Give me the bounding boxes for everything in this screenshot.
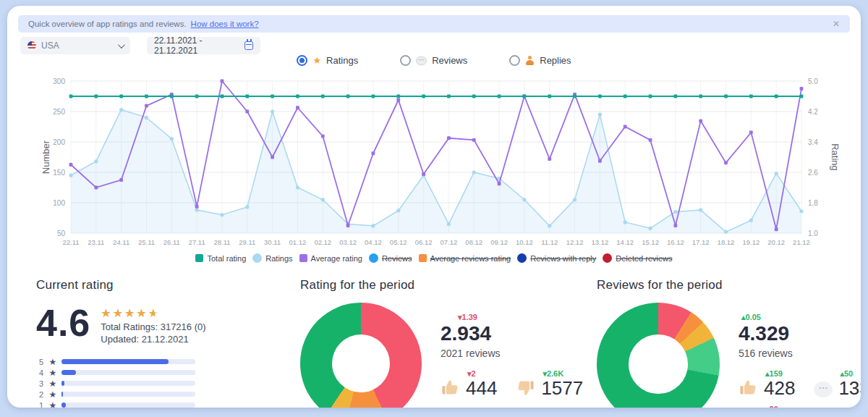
svg-text:02.12: 02.12 bbox=[314, 238, 331, 246]
tab-label: Ratings bbox=[326, 55, 358, 66]
svg-text:21.12: 21.12 bbox=[793, 238, 810, 246]
date-range-value: 22.11.2021 - 21.12.2021 bbox=[154, 35, 244, 56]
radio-icon bbox=[509, 55, 520, 66]
svg-text:250: 250 bbox=[53, 108, 65, 116]
distribution-row: 2 ★ bbox=[36, 389, 275, 400]
svg-text:200: 200 bbox=[53, 138, 65, 146]
svg-text:14.12: 14.12 bbox=[616, 238, 634, 246]
svg-text:27.11: 27.11 bbox=[189, 238, 205, 246]
tab-label: Reviews bbox=[432, 55, 467, 66]
svg-text:150: 150 bbox=[53, 169, 65, 177]
svg-text:05.12: 05.12 bbox=[390, 238, 407, 246]
distribution-row: 4 ★ bbox=[36, 367, 275, 378]
svg-text:11.12: 11.12 bbox=[541, 238, 558, 246]
legend-item[interactable]: Average rating bbox=[299, 254, 362, 263]
svg-text:15.12: 15.12 bbox=[642, 238, 659, 246]
svg-text:1.0: 1.0 bbox=[808, 229, 818, 237]
legend-item[interactable]: Reviews bbox=[369, 253, 412, 263]
svg-text:Number: Number bbox=[41, 140, 51, 174]
legend-item[interactable]: Reviews with reply bbox=[517, 253, 596, 263]
stat-thumb-down: ▴30 88 bbox=[739, 405, 785, 408]
legend-swatch-icon bbox=[252, 253, 262, 263]
reviews-period-panel: Reviews for the period ▴0.05 4.329 516 r… bbox=[597, 278, 861, 408]
rating-period-stats: ▾2 444 ▾2.6K 1577 bbox=[441, 369, 621, 405]
current-rating-title: Current rating bbox=[36, 278, 275, 292]
stat-thumb-down: ▾2.6K 1577 bbox=[516, 369, 583, 397]
rating-period-panel: Rating for the period ▾1.39 2.934 2021 r… bbox=[300, 278, 550, 408]
svg-text:08.12: 08.12 bbox=[465, 238, 482, 246]
reviews-period-donut-chart bbox=[597, 303, 720, 408]
star-icon: ★ bbox=[47, 379, 59, 389]
date-range-picker[interactable]: 22.11.2021 - 21.12.2021 bbox=[147, 37, 260, 54]
rating-period-sub: 2021 reviews bbox=[441, 348, 621, 359]
banner-text: Quick overview of app ratings and review… bbox=[28, 20, 187, 28]
thumb-up-icon bbox=[441, 378, 460, 397]
svg-text:19.12: 19.12 bbox=[742, 238, 760, 246]
legend-swatch-icon bbox=[419, 254, 427, 262]
stat-thumb-up: ▾2 444 bbox=[441, 369, 497, 397]
how-it-works-link[interactable]: How does it work? bbox=[191, 20, 259, 28]
star-icon: ★ bbox=[47, 389, 59, 400]
svg-text:100: 100 bbox=[53, 199, 65, 207]
rating-period-value: 2.934 bbox=[441, 322, 621, 345]
svg-text:2.6: 2.6 bbox=[808, 169, 818, 177]
reviews-period-sub: 516 reviews bbox=[739, 348, 861, 359]
legend-swatch-icon bbox=[299, 254, 307, 262]
svg-text:04.12: 04.12 bbox=[365, 238, 382, 246]
country-label: USA bbox=[41, 41, 59, 51]
radio-icon bbox=[297, 55, 307, 66]
current-rating-value: 4.6 bbox=[36, 306, 90, 345]
star-icon: ★ bbox=[47, 357, 59, 367]
svg-text:24.11: 24.11 bbox=[113, 238, 129, 246]
tab-reviews[interactable]: Reviews bbox=[400, 55, 467, 66]
thumb-up-icon bbox=[739, 378, 758, 397]
svg-text:5.0: 5.0 bbox=[808, 77, 818, 85]
country-select[interactable]: USA bbox=[20, 37, 130, 54]
reviews-period-title: Reviews for the period bbox=[597, 278, 861, 292]
reviews-period-delta: ▴0.05 bbox=[741, 313, 861, 322]
svg-text:10.12: 10.12 bbox=[516, 238, 533, 246]
svg-text:25.11: 25.11 bbox=[138, 238, 155, 246]
svg-text:22.11: 22.11 bbox=[62, 238, 79, 246]
svg-text:20.12: 20.12 bbox=[767, 238, 785, 246]
legend-item[interactable]: Average reviews rating bbox=[419, 254, 511, 263]
close-icon[interactable]: ✕ bbox=[833, 19, 840, 29]
usa-flag-icon bbox=[27, 41, 36, 50]
distribution-row: 1 ★ bbox=[36, 400, 275, 408]
ratings-line-chart[interactable]: 501001502002503001.01.82.63.44.25.022.11… bbox=[33, 75, 861, 252]
svg-text:16.12: 16.12 bbox=[667, 238, 684, 246]
view-toggle-group: ★ Ratings Reviews Replies bbox=[7, 55, 861, 66]
svg-text:28.11: 28.11 bbox=[213, 238, 230, 246]
svg-text:4.2: 4.2 bbox=[808, 108, 818, 116]
tab-replies[interactable]: Replies bbox=[509, 55, 571, 66]
star-icon: ★ bbox=[47, 400, 59, 408]
reviews-period-value: 4.329 bbox=[739, 322, 861, 345]
tab-ratings[interactable]: ★ Ratings bbox=[297, 55, 358, 66]
tab-label: Replies bbox=[540, 55, 571, 66]
distribution-row: 5 ★ bbox=[36, 356, 275, 367]
svg-text:3.4: 3.4 bbox=[808, 138, 818, 146]
stat-speech: ▴50 133 bbox=[814, 369, 861, 397]
rating-distribution: 5 ★ 4 ★ 3 ★ 2 ★ 1 ★ bbox=[36, 356, 275, 408]
person-icon bbox=[525, 56, 535, 65]
svg-text:09.12: 09.12 bbox=[490, 238, 508, 246]
rating-period-title: Rating for the period bbox=[300, 278, 550, 292]
chevron-down-icon bbox=[118, 41, 125, 49]
current-rating-panel: Current rating 4.6 ★★★★★★★★★★ Total Rati… bbox=[36, 278, 275, 408]
legend-item[interactable]: Deleted reviews bbox=[603, 253, 672, 263]
legend-item[interactable]: Ratings bbox=[252, 253, 292, 263]
rating-period-donut-chart bbox=[300, 303, 422, 408]
legend-swatch-icon bbox=[517, 253, 527, 263]
legend-swatch-icon bbox=[603, 253, 612, 263]
legend-swatch-icon bbox=[369, 253, 378, 263]
speech-bubble-icon bbox=[814, 382, 833, 397]
stat-thumb-up: ▴159 428 bbox=[739, 369, 795, 397]
speech-bubble-icon bbox=[416, 56, 427, 65]
svg-text:07.12: 07.12 bbox=[441, 238, 458, 246]
legend-item[interactable]: Total rating bbox=[195, 254, 246, 263]
svg-text:300: 300 bbox=[53, 77, 65, 85]
svg-text:06.12: 06.12 bbox=[415, 238, 433, 246]
svg-text:23.11: 23.11 bbox=[88, 238, 104, 246]
svg-text:01.12: 01.12 bbox=[289, 238, 307, 246]
svg-text:Rating: Rating bbox=[830, 143, 841, 171]
